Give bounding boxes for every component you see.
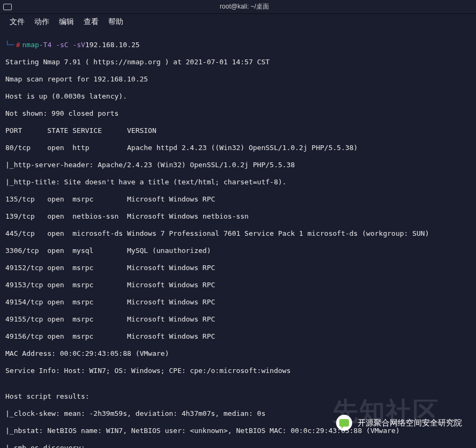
output-line: |_nbstat: NetBIOS name: WIN7, NetBIOS us… [5,427,471,435]
output-line: |_http-server-header: Apache/2.4.23 (Win… [5,161,471,169]
menu-edit[interactable]: 编辑 [59,17,74,27]
output-line: 139/tcp open netbios-ssn Microsoft Windo… [5,212,471,221]
output-line: Not shown: 990 closed ports [5,109,471,118]
output-line: MAC Address: 00:0C:29:43:05:88 (VMware) [5,349,471,358]
command-name: nmap [22,41,39,49]
output-line: |_http-title: Site doesn't have a title … [5,178,471,186]
output-line: | smb-os-discovery: [5,444,471,448]
menu-file[interactable]: 文件 [10,17,25,27]
output-line: 49153/tcp open msrpc Microsoft Windows R… [5,281,471,289]
output-line: 135/tcp open msrpc Microsoft Windows RPC [5,195,471,204]
output-line: 49156/tcp open msrpc Microsoft Windows R… [5,332,471,341]
output-line: 49155/tcp open msrpc Microsoft Windows R… [5,315,471,324]
terminal-icon [3,4,12,10]
output-line: Starting Nmap 7.91 ( https://nmap.org ) … [5,58,471,66]
menubar: 文件 动作 编辑 查看 帮助 [0,14,476,30]
window-title: root@kali: ~/桌面 [16,2,473,11]
window-titlebar: root@kali: ~/桌面 [0,0,476,14]
output-line: Nmap scan report for 192.168.10.25 [5,75,471,84]
terminal-output[interactable]: └─# nmap -T4 -sC -sV 192.168.10.25 Start… [0,30,476,448]
output-line: 49152/tcp open msrpc Microsoft Windows R… [5,264,471,272]
output-line: PORT STATE SERVICE VERSION [5,126,471,135]
output-line: Host script results: [5,392,471,401]
output-line: 445/tcp open microsoft-ds Windows 7 Prof… [5,229,471,238]
prompt-bracket: └─ [5,41,14,49]
menu-view[interactable]: 查看 [84,17,99,27]
output-line: Service Info: Host: WIN7; OS: Windows; C… [5,367,471,375]
output-line: 3306/tcp open mysql MySQL (unauthorized) [5,247,471,255]
prompt-line: └─# nmap -T4 -sC -sV 192.168.10.25 [5,41,471,49]
prompt-hash: # [16,41,20,49]
menu-help[interactable]: 帮助 [108,17,123,27]
output-line: 49154/tcp open msrpc Microsoft Windows R… [5,298,471,307]
command-flags: -T4 -sC -sV [39,41,85,49]
output-line: Host is up (0.0030s latency). [5,92,471,101]
output-line: |_clock-skew: mean: -2h39m59s, deviation… [5,409,471,418]
command-target: 192.168.10.25 [85,41,140,49]
menu-action[interactable]: 动作 [34,17,49,27]
output-line: 80/tcp open http Apache httpd 2.4.23 ((W… [5,144,471,152]
